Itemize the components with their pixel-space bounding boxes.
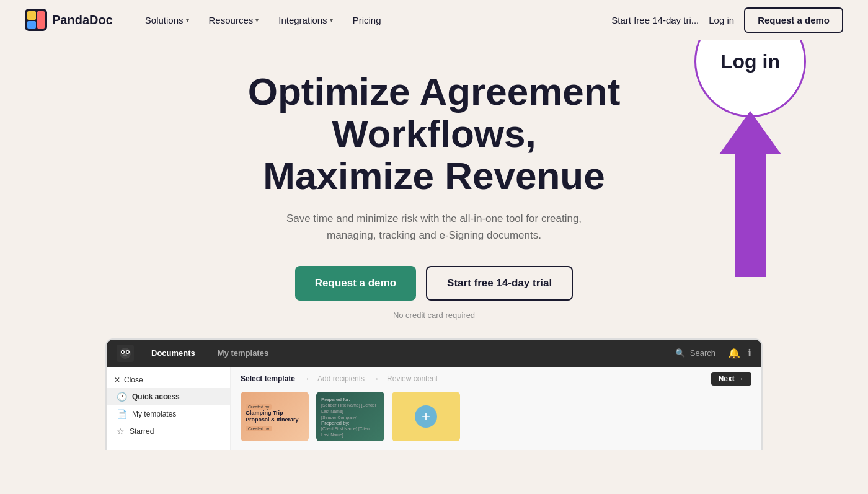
step-next-button[interactable]: Next → <box>711 372 751 386</box>
navbar: PandaDoc Solutions ▾ Resources ▾ Integra… <box>0 0 868 40</box>
chevron-down-icon: ▾ <box>330 17 333 24</box>
step1-arrow: → <box>303 374 310 383</box>
app-tab-templates[interactable]: My templates <box>213 346 273 360</box>
svg-rect-1 <box>27 11 36 20</box>
star-icon: ☆ <box>117 426 125 436</box>
next-arrow-icon: → <box>737 374 744 383</box>
step1-label: Select template <box>241 374 295 383</box>
close-icon: ✕ <box>114 376 120 384</box>
bell-icon: 🔔 <box>728 347 740 359</box>
app-screenshot: Documents My templates 🔍 Search 🔔 ℹ ✕ Cl… <box>105 338 763 450</box>
app-body: ✕ Close 🕐 Quick access 📄 My templates ☆ … <box>107 367 761 450</box>
template-cards: Created by Glamping Trip Proposal & Itin… <box>241 392 751 441</box>
nav-links: Solutions ▾ Resources ▾ Integrations ▾ P… <box>138 10 612 30</box>
annotation-arrow <box>719 111 781 277</box>
sidebar-item-my-templates[interactable]: 📄 My templates <box>107 405 230 423</box>
info-icon: ℹ <box>748 347 751 359</box>
step2-label: Add recipients <box>317 374 365 383</box>
chevron-down-icon: ▾ <box>255 17 259 24</box>
request-demo-button[interactable]: Request a demo <box>295 266 416 301</box>
created-by-badge-2: Created by <box>246 426 272 431</box>
sidebar-item-starred[interactable]: ☆ Starred <box>107 423 230 440</box>
nav-trial-link[interactable]: Start free 14-day tri... <box>611 15 699 25</box>
svg-point-9 <box>123 354 127 356</box>
step2-arrow: → <box>372 374 379 383</box>
search-label: Search <box>690 348 715 358</box>
no-credit-text: No credit card required <box>25 311 843 320</box>
step3-label: Review content <box>387 374 438 383</box>
sidebar-item-quick-access[interactable]: 🕐 Quick access <box>107 388 230 405</box>
search-icon: 🔍 <box>675 348 685 358</box>
clock-icon: 🕐 <box>117 392 127 402</box>
app-icons-right: 🔔 ℹ <box>728 347 751 359</box>
nav-resources[interactable]: Resources ▾ <box>202 10 267 30</box>
nav-demo-button[interactable]: Request a demo <box>744 7 843 33</box>
nav-integrations[interactable]: Integrations ▾ <box>271 10 340 30</box>
template-card-trip[interactable]: Created by Glamping Trip Proposal & Itin… <box>241 392 309 441</box>
hero-section: Optimize Agreement Workflows, Maximize R… <box>0 40 868 338</box>
svg-point-8 <box>127 351 129 353</box>
chevron-down-icon: ▾ <box>186 17 189 24</box>
created-by-badge-1: Created by <box>246 404 272 410</box>
app-main-content: Select template → Add recipients → Revie… <box>231 367 761 450</box>
svg-rect-2 <box>27 21 36 29</box>
template-card-green[interactable]: Prepared for: [Sender First Name] [Sende… <box>316 392 384 441</box>
app-search: 🔍 Search <box>675 348 715 358</box>
svg-rect-3 <box>37 11 45 29</box>
svg-point-7 <box>122 351 124 353</box>
app-panda-icon <box>117 345 134 362</box>
app-sidebar: ✕ Close 🕐 Quick access 📄 My templates ☆ … <box>107 367 231 450</box>
logo-icon <box>25 9 47 31</box>
document-icon: 📄 <box>117 409 127 419</box>
nav-right: Start free 14-day tri... Log in Request … <box>611 7 843 33</box>
annotation: Log in <box>682 6 818 277</box>
app-tab-documents[interactable]: Documents <box>146 346 200 360</box>
card-meta-1: Created by <box>246 404 304 410</box>
nav-login-link[interactable]: Log in <box>709 15 734 25</box>
nav-solutions[interactable]: Solutions ▾ <box>138 10 197 30</box>
app-stepper: Select template → Add recipients → Revie… <box>241 372 751 386</box>
logo[interactable]: PandaDoc <box>25 9 113 31</box>
app-close-row[interactable]: ✕ Close <box>107 372 230 388</box>
start-trial-button[interactable]: Start free 14-day trial <box>426 266 573 301</box>
hero-subtitle: Save time and minimize risk with the all… <box>273 210 595 244</box>
template-card-title-1: Glamping Trip Proposal & Itinerary <box>246 410 304 423</box>
card-meta-2: Created by <box>246 426 304 431</box>
logo-text: PandaDoc <box>52 13 113 27</box>
template-card-new[interactable]: + <box>392 392 460 441</box>
svg-point-4 <box>120 348 131 359</box>
hero-title: Optimize Agreement Workflows, Maximize R… <box>242 71 626 198</box>
nav-pricing[interactable]: Pricing <box>345 10 389 30</box>
annotation-login-text: Log in <box>720 50 780 73</box>
add-template-icon: + <box>415 405 437 428</box>
app-bar: Documents My templates 🔍 Search 🔔 ℹ <box>107 340 761 367</box>
